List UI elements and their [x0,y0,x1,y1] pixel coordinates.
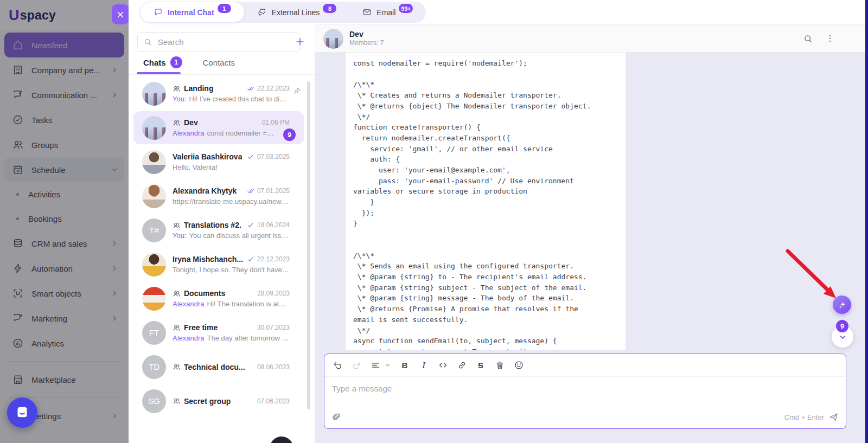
chat-avatar [142,287,166,311]
chat-meta: 22.12.2023 [247,85,290,93]
chat-preview: AlexandraThe day after tomorrow is ... [173,334,290,342]
preview-text: Tonight, I hope so. They don't have o... [173,266,290,274]
chat-item-secret-group[interactable]: SGSecret group07.06.2023 [129,384,315,418]
chat-preview: https://translate-me.uspacy.ua/newsf... [173,197,290,206]
conversation-title-block: Dev Members: 7 [349,30,384,47]
sidebar-dim-overlay [0,0,129,443]
chat-item-alexandra-khytyk[interactable]: Alexandra Khytyk07.01.2025https://transl… [129,179,315,213]
intercom-chat-icon [14,405,30,421]
read-check-icon [247,255,255,264]
align-left-icon[interactable] [369,359,381,371]
chat-date: 07.01.2025 [257,187,290,195]
tab-badge: 1 [170,56,182,68]
chat-avatar [142,116,166,140]
gear-icon [772,413,780,421]
conversation-pane: Dev Members: 7 const nodemailer = requir… [315,24,865,443]
italic-button[interactable]: I [418,359,430,371]
chat-preview: You:You can discuss all urgent issue... [173,232,290,240]
chat-preview: Hello, Valeriia! [173,163,290,171]
group-icon [173,397,181,405]
tab-label: Email [376,8,395,17]
envelope-icon [362,8,372,17]
undo-icon[interactable] [331,359,343,371]
support-chat-button[interactable] [7,397,37,428]
emoji-icon[interactable] [513,359,525,371]
tab-badge: 8 [323,4,336,13]
chat-meta: 07.06.2023 [257,397,290,405]
chat-date: 22.12.2023 [257,85,290,92]
read-check-icon [247,221,255,229]
window-edge-strip [865,0,868,443]
chat-avatar [142,150,166,174]
strikethrough-button[interactable]: S [475,359,487,371]
tab-external-lines[interactable]: External Lines8 [245,2,350,23]
tab-label: External Lines [272,8,320,17]
trash-icon[interactable] [494,359,506,371]
conversation-title: Dev [349,30,384,39]
new-chat-button[interactable] [294,36,306,48]
chat-date: 07.06.2023 [257,397,290,405]
chat-item-free-time[interactable]: FTFree time30.07.2023AlexandraThe day af… [129,316,315,350]
conversation-members: Members: 7 [349,39,384,47]
message-bubble: const nodemailer = require('nodemailer')… [346,53,626,350]
avatar-initials: FT [149,328,159,337]
chat-item-dev[interactable]: Dev01:06 PMAlexandraconst nodemailer = r… [129,111,315,145]
close-panel-button[interactable] [112,4,129,24]
tab-chats[interactable]: Chats1 [140,56,186,69]
ai-assistant-button[interactable] [833,296,851,314]
chat-avatar [142,82,166,106]
code-icon[interactable] [437,359,449,371]
preview-text: Hi! I've created this chat to discu... [189,95,290,103]
chat-item-body: Dev01:06 PMAlexandraconst nodemailer = r… [173,118,290,137]
tab-email[interactable]: Email99+ [349,2,426,23]
send-button[interactable] [828,412,839,422]
chat-avatar: TD [142,355,166,379]
kebab-menu-icon [825,34,835,43]
chats-contacts-tabs: Chats1Contacts [140,55,238,69]
chat-item-body: Documents28.09.2023AlexandraHi! The tran… [173,289,290,308]
chat-preview: AlexandraHi! The translation is almos... [173,300,290,308]
chat-item-landing[interactable]: Landing22.12.2023You:Hi! I've created th… [129,76,315,111]
search-input[interactable] [157,37,295,47]
chat-meta: 30.07.2023 [257,324,290,331]
redo-icon[interactable] [350,359,362,371]
chat-date: 18.06.2024 [257,221,290,229]
group-icon [173,363,181,371]
chat-list-scrollbar[interactable] [307,81,310,409]
chat-item-body: Valeriia Bashkirova07.03.2025Hello, Vale… [173,152,290,171]
search-icon [803,34,813,44]
message-scroll-area[interactable]: const nodemailer = require('nodemailer')… [315,53,865,350]
preview-sender: You: [173,95,187,103]
chat-item-valeriia-bashkirova[interactable]: Valeriia Bashkirova07.03.2025Hello, Vale… [129,145,315,179]
chat-meta: 22.12.2023 [247,255,290,264]
preview-sender: Alexandra [173,129,205,137]
chat-preview: You:Hi! I've created this chat to discu.… [173,95,290,103]
bold-button[interactable]: B [399,359,411,371]
search-in-chat-button[interactable] [803,34,813,44]
chat-item-translations-2[interactable]: T#Translations #2.18.06.2024You:You can … [129,213,315,247]
chat-menu-button[interactable] [825,34,835,43]
link-icon[interactable] [456,359,468,371]
message-composer: BIS Type a message Cmd + Enter [324,354,846,429]
message-input[interactable]: Type a message [324,377,846,406]
conversation-header: Dev Members: 7 [315,24,865,53]
attach-file-button[interactable] [331,412,341,422]
chat-date: 22.12.2023 [257,255,290,263]
tab-contacts[interactable]: Contacts [200,57,238,68]
chat-avatar: T# [142,219,166,242]
read-check-icon [247,153,255,161]
chat-item-technical-docu[interactable]: TDTechnical docu...08.06.2023 [129,350,315,384]
header-actions [803,34,857,44]
chat-item-iryna-mishchanch[interactable]: Iryna Mishchanch...22.12.2023Tonight, I … [129,247,315,281]
preview-sender: Alexandra [173,300,205,308]
top-bar: Internal Chat1External Lines8Email99+ [129,0,865,24]
chat-item-documents[interactable]: Documents28.09.2023AlexandraHi! The tran… [129,281,315,316]
avatar-initials: SG [148,396,160,406]
search-box [137,32,301,52]
chat-meta: 01:06 PM [262,119,290,126]
send-settings-button[interactable] [772,413,780,421]
tab-internal-chat[interactable]: Internal Chat1 [140,2,245,23]
tab-label: Internal Chat [168,8,214,17]
caret-down-icon[interactable] [383,359,392,371]
preview-text: const nodemailer = re... [207,129,276,137]
